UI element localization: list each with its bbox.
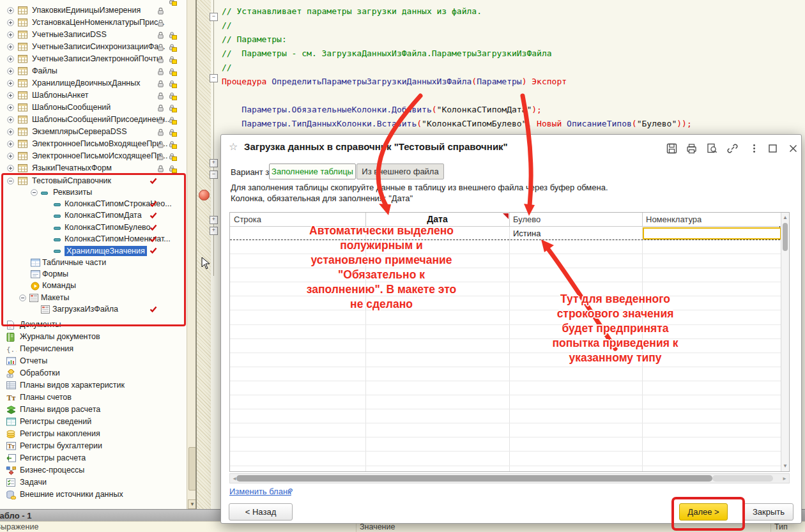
tree-item-ЭлектронноеПисьмоИсходящееПр-[interactable]: ЭлектронноеПисьмоИсходящееПр... <box>0 150 187 162</box>
tree-item-Бизнес-процессы[interactable]: Бизнес-процессы <box>0 464 187 476</box>
tree-item-Планы-видов-характеристик[interactable]: Планы видов характеристик <box>0 379 187 391</box>
fold-minus-icon[interactable]: − <box>210 74 218 82</box>
code-line[interactable]: // <box>222 19 232 32</box>
tree-item-ШаблоныСообщений[interactable]: ШаблоныСообщений <box>0 102 187 114</box>
tree-item-Формы[interactable]: Формы <box>0 268 187 280</box>
code-line[interactable]: // Параметры - см. ЗагрузкаДанныхИзФайла… <box>222 47 552 60</box>
back-button[interactable]: < Назад <box>229 503 293 521</box>
tree-item-Внешние-источники-данных[interactable]: Внешние источники данных <box>0 489 187 501</box>
expander-plus-icon[interactable] <box>7 153 14 162</box>
vscroll-up-icon[interactable]: ▲ <box>781 215 789 220</box>
metadata-tree[interactable]: УпаковкиЕдиницыИзмеренияУстановкаЦенНоме… <box>0 0 187 509</box>
tree-item-Макеты[interactable]: Макеты <box>0 292 187 304</box>
tree-item-Обработки[interactable]: Обработки <box>0 367 187 379</box>
cell-bulevo-value[interactable]: Истина <box>513 229 540 238</box>
column-header-0[interactable]: Строка <box>234 213 261 226</box>
expander-minus-icon[interactable] <box>31 189 38 198</box>
fold-plus-icon[interactable]: + <box>210 216 218 224</box>
tree-item-ЗагрузкаИзФайла[interactable]: ЗагрузкаИзФайла <box>0 303 187 315</box>
code-line[interactable]: // <box>222 61 232 74</box>
expander-plus-icon[interactable] <box>7 68 14 77</box>
print-icon[interactable] <box>686 143 699 156</box>
column-header-1[interactable]: Дата <box>365 213 509 226</box>
next-button[interactable]: Далее > <box>679 503 728 521</box>
tree-item-УчетныеЗаписиDSS[interactable]: УчетныеЗаписиDSS <box>0 29 187 41</box>
tree-item-ТестовыйСправочник[interactable]: ТестовыйСправочник <box>0 175 187 187</box>
active-cell[interactable] <box>643 227 781 239</box>
tree-item-Задачи[interactable]: Задачи <box>0 476 187 489</box>
expander-plus-icon[interactable] <box>7 7 14 16</box>
hscroll-thumb[interactable] <box>236 475 712 482</box>
expander-plus-icon[interactable] <box>7 31 14 40</box>
edit-form-link[interactable]: Изменить бланк <box>229 487 291 496</box>
expander-plus-icon[interactable] <box>7 43 14 52</box>
fold-plus-icon[interactable]: + <box>210 159 218 167</box>
tree-item-Журналы-документов[interactable]: Журналы документов <box>0 331 187 343</box>
tab-from-file[interactable]: Из внешнего файла <box>356 163 444 179</box>
expander-minus-icon[interactable] <box>7 178 14 186</box>
vscroll-down-icon[interactable]: ▼ <box>781 463 789 469</box>
link-icon[interactable] <box>727 143 740 156</box>
code-line[interactable]: Параметры.ТипДанныхКолонки.Вставить("Кол… <box>222 118 692 130</box>
breakpoint-icon[interactable] <box>199 190 210 201</box>
expander-plus-icon[interactable] <box>7 128 14 137</box>
table-hscrollbar[interactable]: ◄ ► <box>229 473 790 483</box>
code-line[interactable]: Параметры.ОбязательныеКолонки.Добавить("… <box>222 103 542 116</box>
tab-fill-table[interactable]: Заполнение таблицы <box>269 163 356 179</box>
tree-item-Команды[interactable]: Команды <box>0 280 187 292</box>
column-header-2[interactable]: Булево <box>513 213 540 226</box>
tree-item-ШаблоныАнкет[interactable]: ШаблоныАнкет <box>0 89 187 102</box>
tree-item-Регистры-накопления[interactable]: Регистры накопления <box>0 428 187 440</box>
expander-plus-icon[interactable] <box>7 56 14 65</box>
tree-item-Регистры-бухгалтерии[interactable]: ТтРегистры бухгалтерии <box>0 440 187 452</box>
code-line[interactable]: // Устанавливает параметры загрузки данн… <box>222 5 482 18</box>
tree-item-Планы-счетов[interactable]: ТтПланы счетов <box>0 391 187 404</box>
expander-plus-icon[interactable] <box>7 104 14 113</box>
fold-minus-icon[interactable]: − <box>210 171 218 179</box>
tree-item-ЭкземплярыСервераDSS[interactable]: ЭкземплярыСервераDSS <box>0 126 187 138</box>
tree-item-ХранилищеДвоичныхДанных[interactable]: ХранилищеДвоичныхДанных <box>0 77 187 89</box>
tree-item-УчетныеЗаписиЭлектроннойПочты[interactable]: УчетныеЗаписиЭлектроннойПочты <box>0 53 187 65</box>
tree-item-Документы[interactable]: Документы <box>0 319 187 331</box>
tree-item-ХранилищеЗначения[interactable]: ХранилищеЗначения <box>0 245 187 257</box>
expander-plus-icon[interactable] <box>7 116 14 125</box>
vscroll-thumb[interactable] <box>783 223 788 251</box>
tree-item-ШаблоныСообщенийПрисоединенн-[interactable]: ШаблоныСообщенийПрисоединенн... <box>0 114 187 126</box>
hscroll-right-icon[interactable]: ► <box>782 475 787 482</box>
tree-item-ЯзыкиПечатныхФорм[interactable]: ЯзыкиПечатныхФорм <box>0 162 187 174</box>
expander-minus-icon[interactable] <box>19 294 26 303</box>
tree-item-Регистры-сведений[interactable]: Регистры сведений <box>0 416 187 428</box>
code-line[interactable]: // Параметры: <box>222 33 287 46</box>
close-button[interactable]: Закрыть <box>744 503 793 521</box>
tree-item-Перечисления[interactable]: {..}Перечисления <box>0 343 187 355</box>
code-line[interactable]: Процедура ОпределитьПараметрыЗагрузкиДан… <box>222 75 567 88</box>
tree-item-Файлы[interactable]: Файлы <box>0 65 187 77</box>
table-vscrollbar[interactable]: ▲ ▼ <box>781 213 789 471</box>
expander-plus-icon[interactable] <box>7 141 14 149</box>
tree-item-Отчеты[interactable]: Отчеты <box>0 355 187 367</box>
tree-item-Планы-видов-расчета[interactable]: Планы видов расчета <box>0 404 187 416</box>
data-table[interactable]: СтрокаДатаБулевоНоменклатураИстина ▲ ▼ <box>229 212 790 472</box>
expander-plus-icon[interactable] <box>7 19 14 28</box>
fold-minus-icon[interactable]: − <box>210 13 218 21</box>
maximize-icon[interactable] <box>767 143 780 156</box>
tree-item-УчетныеЗаписиСинхронизацииФа-[interactable]: УчетныеЗаписиСинхронизацииФа... <box>0 41 187 53</box>
help-link[interactable]: ? <box>288 487 293 496</box>
tree-item-КолонкаСТипомДата[interactable]: КолонкаСТипомДата <box>0 209 187 222</box>
save-icon[interactable] <box>666 143 679 156</box>
expander-plus-icon[interactable] <box>7 165 14 174</box>
more-icon[interactable] <box>749 143 762 156</box>
preview-icon[interactable] <box>707 143 719 156</box>
expander-plus-icon[interactable] <box>7 80 14 89</box>
tree-item-КолонкаСТипомНоменклат-[interactable]: КолонкаСТипомНоменклат... <box>0 233 187 245</box>
tree-item-КолонкаСТипомСтрокаНео-[interactable]: КолонкаСТипомСтрокаНео... <box>0 198 187 210</box>
close-icon[interactable] <box>788 143 801 156</box>
expander-plus-icon[interactable] <box>7 92 14 101</box>
breakpoint-margin[interactable] <box>197 0 211 509</box>
tree-item-Регистры-расчета[interactable]: Регистры расчета <box>0 452 187 464</box>
favorite-star-icon[interactable]: ☆ <box>229 141 238 153</box>
tree-item-КолонкаСТипомБулево[interactable]: КолонкаСТипомБулево <box>0 222 187 234</box>
tree-item-Табличные-части[interactable]: Табличные части <box>0 257 187 269</box>
fold-plus-icon[interactable]: + <box>210 227 218 235</box>
tree-item-УстановкаЦенНоменклатурыПрис-[interactable]: УстановкаЦенНоменклатурыПрис... <box>0 17 187 29</box>
